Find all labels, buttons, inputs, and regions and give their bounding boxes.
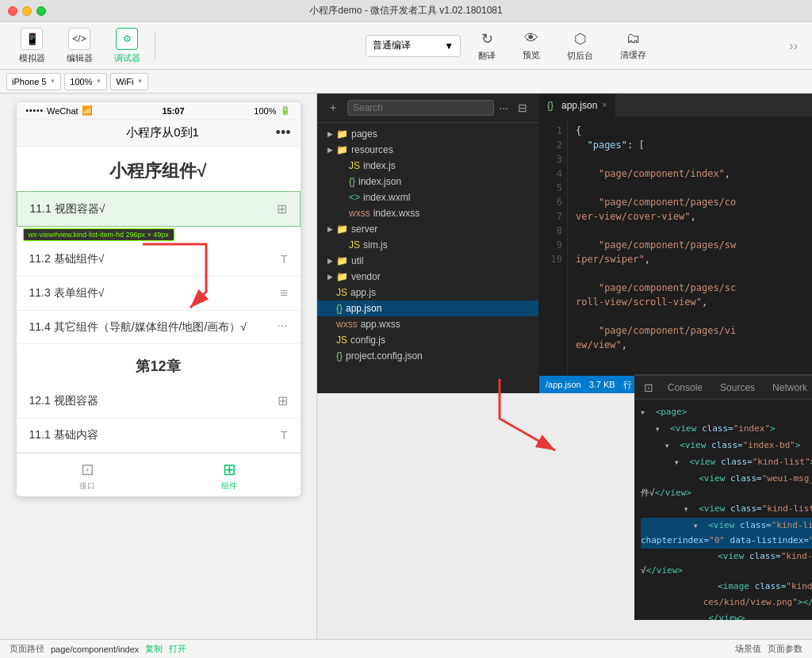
tab-console[interactable]: Console <box>660 379 710 396</box>
devicebar: iPhone 5 ▼ 100% ▼ WiFi ▼ <box>0 70 812 94</box>
editor-button[interactable]: </> 编辑器 <box>56 25 103 67</box>
filetree-item-indexjson[interactable]: {} index.json <box>317 174 538 189</box>
item-label: 11.3 表单组件√ <box>29 286 105 300</box>
filetree-item-util[interactable]: ▶ 📁 util <box>317 253 538 269</box>
filetree-item-indexwxml[interactable]: <> index.wxml <box>317 189 538 205</box>
zoom-arrow: ▼ <box>96 78 102 85</box>
list-item[interactable]: 11.4 其它组件（导航/媒体组件/地图/画布）√ ··· <box>17 311 301 344</box>
toolbar-right: 普通编译 ▼ ↻ 翻译 👁 预览 ⬡ 切后台 🗂 清缓存 <box>239 27 783 65</box>
list-item[interactable]: 11.2 基础组件√ T <box>17 243 301 277</box>
dom-line[interactable]: ▼ <view class="kind-list-item"> <box>641 501 812 518</box>
switch-button[interactable]: ⬡ 切后台 <box>557 27 603 65</box>
tree-toggle[interactable]: ▼ <box>675 456 684 470</box>
panel-icon[interactable]: ⊟ <box>513 98 532 117</box>
item-label: 12.1 视图容器 <box>29 394 98 408</box>
chapter12-title: 第12章 <box>17 344 301 384</box>
folder-icon: 📁 <box>336 255 348 266</box>
js-icon: JS <box>336 335 347 346</box>
tooltip-bar-container: wx-view#view.kind-list-item-hd 296px × 4… <box>17 227 301 243</box>
search-input[interactable] <box>347 100 494 116</box>
tabbar-item-interface[interactable]: ⊡ 接口 <box>17 453 159 496</box>
tree-toggle[interactable]: ▼ <box>656 423 665 437</box>
item-icon: T <box>281 429 288 442</box>
tree-toggle[interactable]: ▼ <box>641 406 650 420</box>
filetree-item-configjs[interactable]: JS config.js <box>317 332 538 348</box>
filetree-item-pages[interactable]: ▶ 📁 pages <box>317 126 538 142</box>
dom-line[interactable]: <view class="weui-msg__title center">小程序… <box>641 471 812 501</box>
wxss-icon: wxss <box>336 319 358 330</box>
debugger-button[interactable]: ⚙ 调试器 <box>103 25 151 67</box>
js-icon: JS <box>349 160 360 171</box>
dropdown-arrow: ▼ <box>444 40 454 52</box>
wxss-icon: wxss <box>349 208 370 219</box>
tabbar-label: 接口 <box>79 480 95 492</box>
devtools-tabs: ⊡ Console Sources Network Wxml » ⋮ <box>634 376 812 400</box>
tabbar-item-component[interactable]: ⊞ 组件 <box>159 453 301 496</box>
filetree-item-server[interactable]: ▶ 📁 server <box>317 221 538 237</box>
list-item[interactable]: 11.1 基础内容 T <box>17 419 301 453</box>
filetree-body: ▶ 📁 pages ▶ 📁 resources <box>317 123 538 393</box>
list-item[interactable]: 11.3 表单组件√ ≡ <box>17 277 301 311</box>
dom-line[interactable]: ▼ <view class="index-bd"> <box>641 438 812 454</box>
filetree-item-projectconfig[interactable]: {} project.config.json <box>317 348 538 364</box>
item-label: 11.4 其它组件（导航/媒体组件/地图/画布）√ <box>29 319 278 335</box>
carrier-label: WeChat <box>47 106 79 116</box>
zoom-selector[interactable]: 100% ▼ <box>64 73 107 90</box>
filetree-item-indexwxss[interactable]: wxss index.wxss <box>317 205 538 221</box>
add-file-button[interactable]: ＋ <box>324 98 343 117</box>
item-label: 11.2 基础组件√ <box>29 252 105 266</box>
minimize-button[interactable] <box>22 6 32 16</box>
dom-line-selected[interactable]: ▼ <view class="kind-list-item-hd" data-c… <box>641 518 812 549</box>
eye-icon: 👁 <box>524 30 538 47</box>
filetree-more-button[interactable]: ··· <box>499 101 508 114</box>
filetree-item-indexjs[interactable]: JS index.js <box>317 158 538 174</box>
filetree-header: ＋ ··· ⊟ <box>317 94 538 123</box>
list-item[interactable]: 12.1 视图容器 ⊞ <box>17 384 301 419</box>
dom-line[interactable]: ▼ <view class="index"> <box>641 421 812 438</box>
simulator-button[interactable]: 📱 模拟器 <box>8 25 56 67</box>
network-selector[interactable]: WiFi ▼ <box>110 73 148 90</box>
dom-line[interactable]: <image class="kind-list-img" src="resour <box>641 579 812 595</box>
device-selector[interactable]: iPhone 5 ▼ <box>6 73 61 90</box>
tree-toggle[interactable]: ▼ <box>694 519 703 534</box>
statusbar: 页面路径 page/component/index 复制 打开 场景值 页面参数 <box>0 639 812 658</box>
tree-arrow: ▶ <box>324 146 336 154</box>
editor-content: 1 2 3 4 5 6 7 8 9 10 { "pages": [ "page/… <box>539 117 812 376</box>
editor-tab-appjson[interactable]: {} app.json × <box>539 94 615 117</box>
tab-sources[interactable]: Sources <box>712 379 763 396</box>
filetree-item-appjs[interactable]: JS app.js <box>317 285 538 300</box>
compile-dropdown[interactable]: 普通编译 ▼ <box>366 35 461 57</box>
tooltip-bar: wx-view#view.kind-list-item-hd 296px × 4… <box>23 228 174 241</box>
tab-network[interactable]: Network <box>764 379 812 396</box>
filetree-item-appwxss[interactable]: wxss app.wxss <box>317 316 538 332</box>
wxml-icon: <> <box>349 192 360 203</box>
copy-button[interactable]: 复制 <box>145 643 163 655</box>
clear-button[interactable]: 🗂 清缓存 <box>611 27 656 64</box>
network-arrow: ▼ <box>136 78 143 85</box>
tree-toggle[interactable]: ▼ <box>684 503 694 517</box>
filetree-item-simjs[interactable]: JS sim.js <box>317 237 538 253</box>
tab-close-button[interactable]: × <box>602 101 607 109</box>
tree-arrow: ▶ <box>324 257 336 265</box>
close-button[interactable] <box>8 6 17 16</box>
item-icon: ··· <box>277 319 287 333</box>
phone-content: 小程序组件√ 11.1 视图容器√ ⊞ wx-view#view.kind-li… <box>17 147 301 453</box>
list-item[interactable]: 11.1 视图容器√ ⊞ <box>17 191 301 227</box>
tree-toggle[interactable]: ▼ <box>665 439 675 453</box>
toolbar-more-button[interactable]: ›› <box>783 39 804 53</box>
maximize-button[interactable] <box>36 6 46 16</box>
filetree-item-vendor[interactable]: ▶ 📁 vendor <box>317 269 538 285</box>
translate-button[interactable]: ↻ 翻译 <box>469 27 505 65</box>
dom-line[interactable]: ▼ <page> <box>641 404 812 421</box>
filetree-panel: ＋ ··· ⊟ ▶ 📁 pages ▶ <box>317 94 539 393</box>
preview-button[interactable]: 👁 预览 <box>513 27 550 64</box>
filetree-item-appjson[interactable]: {} app.json <box>317 300 538 316</box>
inspect-button[interactable]: ⊡ <box>639 378 658 397</box>
dom-line[interactable]: ▼ <view class="kind-list"> <box>641 454 812 471</box>
dom-line[interactable]: <view class="kind-list-text">11.1 视图容器√<… <box>641 549 812 579</box>
code-editor[interactable]: { "pages": [ "page/component/index", "pa… <box>568 117 812 376</box>
dom-line[interactable]: </view> <box>641 610 812 620</box>
open-button[interactable]: 打开 <box>169 643 186 655</box>
dom-line[interactable]: ces/kind/view.png"></image> <box>641 595 812 610</box>
filetree-item-resources[interactable]: ▶ 📁 resources <box>317 142 538 158</box>
